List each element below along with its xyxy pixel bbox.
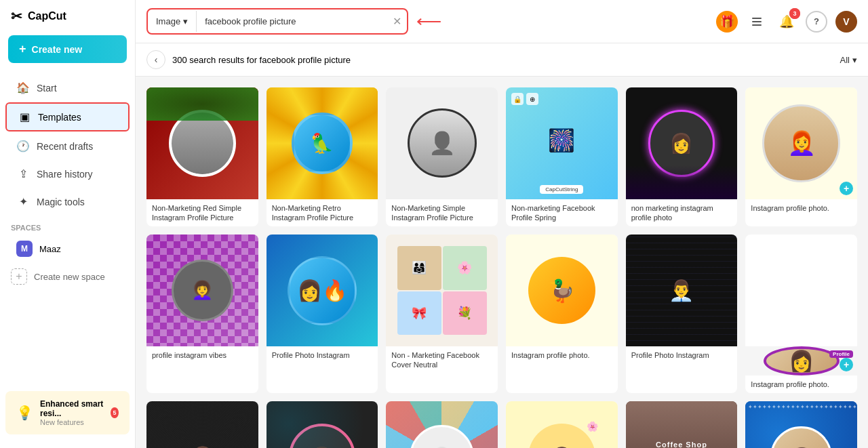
logo-text: CapCut	[28, 10, 66, 22]
list-item[interactable]: Coffee Shop Coffee Lover Non-marketing F…	[626, 401, 738, 448]
smart-badge: 5	[111, 407, 119, 418]
svg-rect-1	[752, 21, 762, 22]
list-item[interactable]: 🦜 Non-Marketing Retro Instagram Profile …	[267, 87, 378, 226]
grid-item-label: Non-Marketing Red Simple Instagram Profi…	[146, 199, 258, 227]
search-input[interactable]	[197, 11, 387, 32]
smart-title: Enhanced smart resi...	[40, 399, 104, 418]
list-item[interactable]: 👦🏾	[267, 401, 378, 448]
header: Image ▾ ✕ ⟵ 🎁 🔔 3 ? V	[136, 0, 868, 43]
list-item[interactable]: 👩 non marketing instagram profile photo	[626, 87, 738, 226]
grid-item-label: Non-Marketing Simple Instagram Profile P…	[386, 199, 498, 227]
grid-item-label: Profile Photo Instagram	[267, 346, 378, 364]
notification-badge: 3	[789, 8, 800, 19]
create-space-icon: +	[11, 268, 27, 285]
list-item[interactable]: 👨‍👩‍👧 🌸 🎀 💐 Non - Marketing Facebook Cov…	[386, 235, 498, 393]
logo: ✂ CapCut	[0, 8, 135, 35]
filter-all[interactable]: All ▾	[840, 55, 857, 65]
grid-item-label: Instagram profile photo.	[745, 199, 857, 217]
sidebar-item-templates-label: Templates	[38, 112, 81, 123]
grid-item-label: Non-Marketing Retro Instagram Profile Pi…	[267, 199, 378, 227]
thumbnail: 👩‍🔥	[267, 235, 378, 346]
header-icons: 🎁 🔔 3 ? V	[716, 11, 857, 33]
create-new-button[interactable]: + Create new	[8, 35, 127, 63]
add-overlay: +	[840, 182, 853, 195]
smart-subtitle: New features	[40, 418, 104, 426]
smart-feature-banner[interactable]: 💡 Enhanced smart resi... New features 5	[5, 391, 130, 434]
create-new-label: Create new	[32, 44, 83, 55]
sidebar-item-magic-label: Magic tools	[37, 197, 85, 207]
thumbnail: 👨 🌸	[506, 401, 618, 448]
list-item[interactable]: 👩‍🦰 + Instagram profile photo.	[745, 87, 857, 226]
list-item[interactable]: 👩‍🦱 profile instagram vibes	[146, 235, 258, 393]
search-arrow-annotation: ⟵	[416, 11, 441, 32]
thumbnail: 👦🏾	[267, 401, 378, 448]
thumbnail: 👨‍💼	[626, 235, 738, 346]
svg-rect-0	[752, 18, 762, 19]
sidebar-item-start[interactable]: 🏠 Start	[5, 75, 130, 101]
list-item[interactable]: 👩‍🔥 Profile Photo Instagram	[267, 235, 378, 393]
magic-icon: ✦	[16, 195, 30, 208]
thumbnail: 👩	[626, 87, 738, 199]
list-item[interactable]: 👩‍🦳 Non-marketing IG Profile Photo Retro	[386, 401, 498, 448]
focus-icons: 🔒 ⊕	[511, 93, 538, 105]
list-item[interactable]: 👤 Non-Marketing Simple Instagram Profile…	[386, 87, 498, 226]
queue-icon[interactable]	[746, 11, 768, 33]
space-avatar: M	[16, 241, 33, 257]
home-icon: 🏠	[16, 81, 30, 94]
svg-rect-2	[752, 24, 762, 26]
list-item[interactable]: 👨	[146, 401, 258, 448]
chevron-down-icon: ▾	[183, 16, 188, 26]
thumbnail: 👩‍🦰 +	[745, 87, 857, 199]
search-type-selector[interactable]: Image ▾	[148, 11, 197, 32]
sidebar-item-share-label: Share history	[37, 169, 92, 180]
user-avatar[interactable]: V	[835, 11, 857, 33]
thumbnail	[146, 87, 258, 199]
sidebar: ✂ CapCut + Create new 🏠 Start ▣ Template…	[0, 0, 136, 448]
list-item[interactable]: 🔒 ⊕ CapCutString 🎆 Non-marketing Faceboo…	[506, 87, 618, 226]
help-icon[interactable]: ?	[806, 11, 827, 33]
list-item[interactable]: Non-Marketing Red Simple Instagram Profi…	[146, 87, 258, 226]
list-item[interactable]: 👨‍💼 Profile Photo Instagram	[626, 235, 738, 393]
results-header: ‹ 300 search results for facebook profil…	[136, 43, 868, 77]
list-item[interactable]: 🦆 Instagram profile photo.	[506, 235, 618, 393]
clear-search-icon[interactable]: ✕	[387, 9, 407, 33]
sidebar-item-start-label: Start	[37, 83, 57, 94]
thumbnail: 👨	[146, 401, 258, 448]
add-button-overlay: +	[840, 358, 853, 371]
share-icon: ⇪	[16, 167, 30, 180]
thumbnail: 👨‍👩‍👧 🌸 🎀 💐	[386, 235, 498, 346]
space-name: Maaz	[39, 244, 61, 254]
sidebar-item-templates[interactable]: ▣ Templates ↑	[5, 102, 130, 131]
grid-item-label: profile instagram vibes	[146, 346, 258, 364]
sidebar-item-recent-drafts[interactable]: 🕐 Recent drafts	[5, 133, 130, 159]
thumbnail: 👤	[386, 87, 498, 199]
logo-icon: ✂	[11, 8, 22, 24]
thumbnail: Coffee Shop Coffee Lover	[626, 401, 738, 448]
gifts-icon[interactable]: 🎁	[716, 11, 738, 33]
templates-icon: ▣	[18, 110, 31, 123]
focus-icon-2: ⊕	[526, 93, 538, 105]
thumbnail: 👩‍🦱	[146, 235, 258, 346]
list-item[interactable]: 👨 🌸 Instagram profile photo.	[506, 401, 618, 448]
thumbnail: 🦆	[506, 235, 618, 346]
focus-icon-1: 🔒	[511, 93, 524, 105]
thumbnail: 🦜	[267, 87, 378, 199]
main-content: Image ▾ ✕ ⟵ 🎁 🔔 3 ? V ‹ 300 search resul	[136, 0, 868, 448]
sidebar-item-share-history[interactable]: ⇪ Share history	[5, 161, 130, 187]
space-maaz[interactable]: M Maaz	[5, 235, 130, 262]
list-item[interactable]: 👩 Profile + Instagram profile photo.	[745, 235, 857, 393]
results-grid: Non-Marketing Red Simple Instagram Profi…	[146, 87, 857, 448]
thumbnail: 🔒 ⊕ CapCutString 🎆	[506, 87, 618, 199]
back-button[interactable]: ‹	[146, 50, 165, 69]
thumbnail: 👩‍🦳	[386, 401, 498, 448]
sidebar-item-magic-tools[interactable]: ✦ Magic tools	[5, 188, 130, 215]
list-item[interactable]: ✦✦✦✦✦✦✦✦✦✦✦✦✦✦✦✦✦✦✦✦✦✦✦✦✦ 👩 Profile inst…	[745, 401, 857, 448]
search-type-label: Image	[156, 16, 180, 26]
profile-badge: Profile	[829, 350, 853, 358]
plus-icon: +	[19, 42, 26, 56]
notifications-icon[interactable]: 🔔 3	[776, 11, 797, 33]
grid-item-label: Profile Photo Instagram	[626, 346, 738, 364]
create-space-button[interactable]: + Create new space	[0, 263, 135, 290]
results-count: 300 search results for facebook profile …	[172, 55, 351, 65]
thumbnail: ✦✦✦✦✦✦✦✦✦✦✦✦✦✦✦✦✦✦✦✦✦✦✦✦✦ 👩	[745, 401, 857, 448]
